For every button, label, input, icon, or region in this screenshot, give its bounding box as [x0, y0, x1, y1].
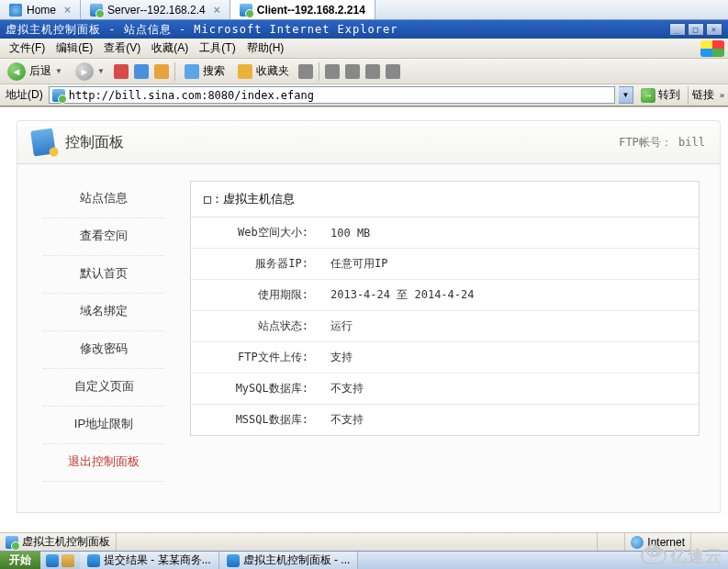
minimize-button[interactable]: _ — [669, 23, 686, 36]
chevron-down-icon[interactable]: ▼ — [97, 67, 105, 75]
chevron-down-icon[interactable]: ▼ — [55, 67, 62, 75]
separator — [688, 86, 689, 105]
address-label: 地址(D) — [4, 87, 45, 103]
close-icon[interactable]: × — [214, 4, 220, 17]
sidebar-item-custom-page[interactable]: 自定义页面 — [43, 369, 164, 407]
status-zone: Internet — [625, 533, 691, 551]
host-info-box: □：虚拟主机信息 Web空间大小:100 MB 服务器IP:任意可用IP 使用期… — [190, 181, 700, 436]
taskbar-item[interactable]: 提交结果 - 某某商务... — [80, 552, 219, 569]
separator — [174, 62, 175, 81]
panel-header: 控制面板 FTP帐号： bill — [17, 120, 721, 164]
search-label: 搜索 — [203, 63, 225, 79]
tab-label: Client--192.168.2.214 — [257, 4, 365, 17]
tab-label: Server--192.168.2.4 — [107, 4, 206, 17]
url-text: http://bill.sina.com:8080/index.efang — [69, 89, 314, 102]
sidebar-item-ip-limit[interactable]: IP地址限制 — [43, 407, 164, 444]
close-icon[interactable]: × — [64, 4, 71, 17]
back-icon: ◄ — [7, 62, 26, 81]
ftp-account: FTP帐号： bill — [619, 135, 705, 151]
taskbar-item[interactable]: 虚拟主机控制面板 - ... — [219, 552, 359, 569]
system-tab-server[interactable]: Server--192.168.2.4 × — [81, 0, 230, 19]
menubar: 文件(F) 编辑(E) 查看(V) 收藏(A) 工具(T) 帮助(H) — [0, 39, 728, 59]
status-bar: 虚拟主机控制面板 Internet — [0, 532, 728, 551]
ie-icon — [227, 554, 240, 567]
system-tabs: Home × Server--192.168.2.4 × Client--192… — [0, 0, 728, 20]
control-panel-icon — [30, 128, 56, 156]
infobox-caption: □：虚拟主机信息 — [191, 182, 699, 218]
menu-favorites[interactable]: 收藏(A) — [146, 40, 194, 56]
menu-edit[interactable]: 编辑(E) — [50, 40, 98, 56]
menu-file[interactable]: 文件(F) — [4, 40, 50, 56]
home-icon — [9, 4, 22, 17]
window-titlebar: 虚拟主机控制面板 - 站点信息 - Microsoft Internet Exp… — [0, 20, 728, 39]
sidebar-item-domain-bind[interactable]: 域名绑定 — [43, 294, 164, 331]
row-period: 使用期限:2013-4-24 至 2014-4-24 — [191, 280, 699, 311]
sidebar-item-exit[interactable]: 退出控制面板 — [43, 444, 164, 482]
separator — [319, 62, 319, 81]
quicklaunch-ie-icon[interactable] — [46, 554, 59, 567]
star-icon — [238, 64, 252, 79]
go-button[interactable]: → 转到 — [637, 87, 684, 103]
sidebar-item-default-page[interactable]: 默认首页 — [43, 256, 164, 294]
page-icon — [6, 536, 18, 549]
panel-title: 控制面板 — [65, 133, 124, 152]
menu-tools[interactable]: 工具(T) — [194, 40, 241, 56]
menu-help[interactable]: 帮助(H) — [241, 40, 290, 56]
system-tab-client[interactable]: Client--192.168.2.214 — [230, 0, 375, 19]
forward-button[interactable]: ► ▼ — [72, 61, 108, 83]
url-dropdown[interactable]: ▼ — [619, 86, 633, 104]
main-content: □：虚拟主机信息 Web空间大小:100 MB 服务器IP:任意可用IP 使用期… — [190, 164, 720, 512]
windows-logo-icon — [700, 40, 724, 57]
address-bar: 地址(D) http://bill.sina.com:8080/index.ef… — [0, 84, 728, 106]
maximize-button[interactable]: □ — [688, 23, 704, 36]
browser-content: 控制面板 FTP帐号： bill 站点信息 查看空间 默认首页 域名绑定 修改密… — [0, 106, 728, 532]
window-title: 虚拟主机控制面板 - 站点信息 - Microsoft Internet Exp… — [6, 22, 398, 38]
favorites-button[interactable]: 收藏夹 — [234, 61, 293, 81]
homepage-icon[interactable] — [154, 64, 169, 79]
taskbar: 开始 提交结果 - 某某商务... 虚拟主机控制面板 - ... — [0, 551, 728, 569]
status-page-title: 虚拟主机控制面板 — [0, 533, 117, 551]
side-menu: 站点信息 查看空间 默认首页 域名绑定 修改密码 自定义页面 IP地址限制 退出… — [17, 164, 190, 512]
discuss-icon[interactable] — [386, 64, 400, 79]
favorites-label: 收藏夹 — [256, 63, 289, 79]
stop-icon[interactable] — [114, 64, 129, 79]
edit-icon[interactable] — [365, 64, 380, 79]
toolbar: ◄ 后退 ▼ ► ▼ 搜索 收藏夹 — [0, 59, 728, 84]
search-icon — [185, 64, 199, 79]
page-icon — [90, 4, 103, 17]
internet-icon — [631, 536, 644, 549]
row-mysql: MySQL数据库:不支持 — [191, 374, 699, 405]
system-tab-home[interactable]: Home × — [0, 0, 81, 19]
refresh-icon[interactable] — [134, 64, 149, 79]
forward-icon: ► — [75, 62, 94, 81]
row-status: 站点状态:运行 — [191, 311, 699, 342]
row-server-ip: 服务器IP:任意可用IP — [191, 249, 699, 280]
back-label: 后退 — [29, 63, 51, 79]
go-icon: → — [641, 88, 655, 103]
quicklaunch-desktop-icon[interactable] — [62, 554, 74, 567]
page-icon — [52, 89, 65, 102]
menu-view[interactable]: 查看(V) — [98, 40, 146, 56]
search-button[interactable]: 搜索 — [181, 61, 229, 81]
page-icon — [240, 4, 252, 17]
ie-icon — [87, 554, 100, 567]
row-mssql: MSSQL数据库:不支持 — [191, 405, 699, 436]
close-button[interactable]: × — [706, 23, 722, 36]
row-ftp: FTP文件上传:支持 — [191, 342, 699, 374]
row-web-space: Web空间大小:100 MB — [191, 218, 699, 249]
go-label: 转到 — [658, 87, 680, 103]
sidebar-item-view-space[interactable]: 查看空间 — [43, 218, 164, 256]
back-button[interactable]: ◄ 后退 ▼ — [4, 61, 66, 83]
start-button[interactable]: 开始 — [0, 552, 40, 569]
sidebar-item-site-info[interactable]: 站点信息 — [43, 181, 164, 218]
mail-icon[interactable] — [325, 64, 340, 79]
tab-label: Home — [27, 4, 56, 17]
history-icon[interactable] — [298, 64, 313, 79]
print-icon[interactable] — [345, 64, 360, 79]
url-input[interactable]: http://bill.sina.com:8080/index.efang — [49, 86, 615, 104]
chevron-right-icon[interactable]: » — [720, 91, 724, 100]
links-label[interactable]: 链接 — [692, 87, 714, 103]
sidebar-item-change-password[interactable]: 修改密码 — [43, 331, 164, 369]
